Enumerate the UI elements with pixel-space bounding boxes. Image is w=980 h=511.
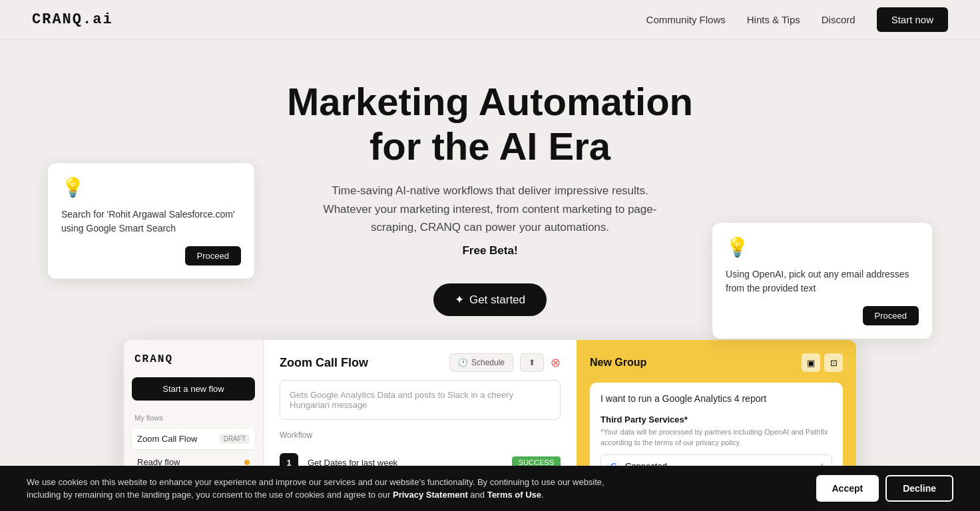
sidebar-logo: CRANQ — [132, 353, 255, 365]
service-title: Third Party Services* — [601, 415, 832, 425]
panel-icon-btn-1[interactable]: ▣ — [802, 353, 820, 372]
new-group-title: New Group — [590, 357, 646, 369]
cookie-buttons: Accept Decline — [816, 475, 954, 502]
workflow-label: Workflow — [280, 430, 561, 440]
nav-start-button[interactable]: Start now — [877, 7, 948, 32]
flow-header: Zoom Call Flow 🕐 Schedule ⬆ ⊗ — [280, 353, 561, 372]
flow-title: Zoom Call Flow — [280, 356, 368, 370]
schedule-button[interactable]: 🕐 Schedule — [449, 353, 513, 372]
flow-description: Gets Google Analytics Data and posts to … — [280, 380, 561, 420]
terms-link[interactable]: Terms of Use — [487, 490, 541, 500]
sidebar-section-label: My flows — [132, 414, 255, 422]
logo: CRANQ.ai — [32, 11, 113, 28]
card-right-icon: 💡 — [726, 236, 919, 258]
card-right-text: Using OpenAI, pick out any email address… — [726, 267, 919, 295]
share-icon: ⬆ — [529, 358, 535, 367]
card-left-icon: 💡 — [61, 176, 241, 198]
nav-hints-tips[interactable]: Hints & Tips — [747, 14, 800, 25]
hero-get-started-button[interactable]: ✦ Get started — [433, 283, 547, 316]
service-sub: *Your data will be processed by partners… — [601, 427, 832, 448]
new-flow-button[interactable]: Start a new flow — [132, 377, 255, 401]
clock-icon: 🕐 — [458, 358, 468, 367]
nav-discord[interactable]: Discord — [822, 14, 856, 25]
nav-links: Community Flows Hints & Tips Discord Sta… — [646, 7, 948, 32]
accept-button[interactable]: Accept — [816, 475, 879, 502]
navbar: CRANQ.ai Community Flows Hints & Tips Di… — [0, 0, 980, 40]
close-button[interactable]: ⊗ — [551, 355, 561, 370]
close-icon: ⊗ — [551, 356, 561, 369]
hero-cta-highlight: Free Beta! — [310, 242, 670, 259]
hero-description: Time-saving AI-native workflows that del… — [310, 182, 670, 236]
nav-community-flows[interactable]: Community Flows — [646, 14, 726, 25]
sidebar-item-zoom-call-flow[interactable]: Zoom Call Flow DRAFT — [132, 428, 255, 449]
card-left-proceed-button[interactable]: Proceed — [185, 246, 241, 265]
orange-dot — [244, 460, 250, 465]
hero-headline: Marketing Automation for the AI Era — [27, 80, 953, 168]
card-left-text: Search for 'Rohit Argawal Salesforce.com… — [61, 208, 241, 236]
sparkle-icon: ✦ — [455, 293, 464, 307]
panel-icon-btn-2[interactable]: ⊡ — [824, 353, 843, 372]
cookie-text: We use cookies on this website to enhanc… — [27, 476, 612, 502]
draft-badge: DRAFT — [220, 434, 250, 444]
flow-actions: 🕐 Schedule ⬆ ⊗ — [449, 353, 561, 372]
share-button[interactable]: ⬆ — [520, 353, 544, 372]
group-prompt: I want to run a Google Analytics 4 repor… — [601, 393, 832, 404]
float-card-left: 💡 Search for 'Rohit Argawal Salesforce.c… — [48, 163, 254, 279]
float-card-right: 💡 Using OpenAI, pick out any email addre… — [712, 223, 932, 339]
cookie-banner: We use cookies on this website to enhanc… — [0, 466, 980, 511]
privacy-link[interactable]: Privacy Statement — [393, 490, 468, 500]
card-right-proceed-button[interactable]: Proceed — [863, 306, 919, 325]
decline-button[interactable]: Decline — [885, 475, 953, 502]
new-group-header: New Group ▣ ⊡ — [590, 353, 843, 372]
